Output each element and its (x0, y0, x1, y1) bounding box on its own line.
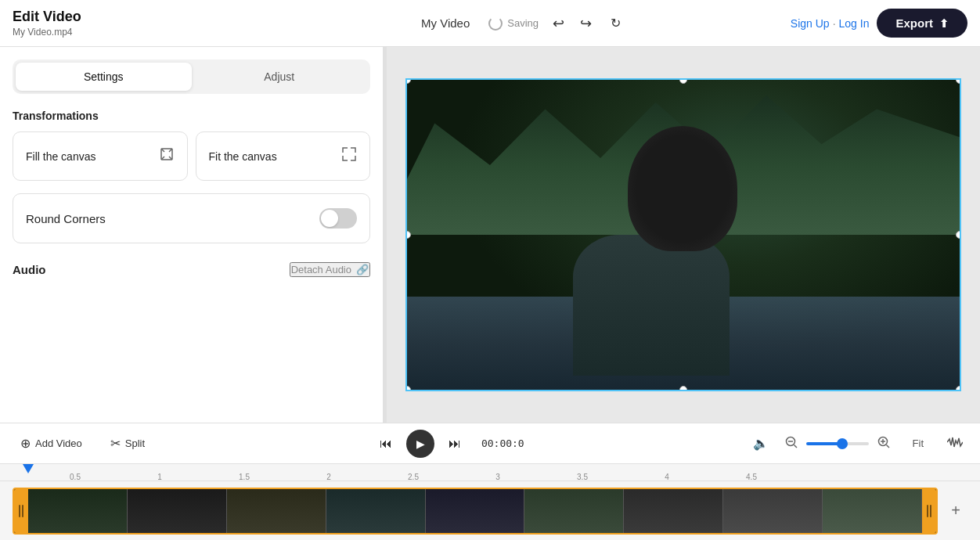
nav-icons: ↩ ↪ (548, 12, 596, 35)
timeline-ruler: 0.5 1 1.5 2 2.5 3 3.5 4 4.5 (0, 464, 980, 481)
tab-settings[interactable]: Settings (16, 63, 192, 91)
preview-area (387, 47, 980, 423)
add-track-button[interactable]: + (944, 499, 967, 523)
frame-handle-br[interactable] (956, 386, 961, 391)
frame-handle-rm[interactable] (956, 231, 961, 239)
top-right-area: Sign Up · Log In Export ⬆ (791, 9, 967, 38)
fit-canvas-icon (341, 146, 357, 166)
add-video-button[interactable]: ⊕ Add Video (13, 431, 90, 455)
saving-text: Saving (507, 17, 539, 29)
add-video-label: Add Video (35, 437, 82, 449)
audio-section: Audio Detach Audio 🔗 (13, 256, 370, 277)
fit-label: Fit (913, 437, 924, 449)
zoom-controls (781, 434, 894, 454)
add-track-icon: + (951, 502, 960, 520)
ruler-mark-8: 4.5 (746, 473, 757, 481)
frame-handle-tr[interactable] (956, 78, 961, 84)
main-content: Settings Adjust Transformations Fill the… (0, 47, 980, 423)
tab-adjust[interactable]: Adjust (192, 63, 368, 91)
fill-canvas-icon (159, 146, 175, 166)
file-subtitle: My Video.mp4 (13, 27, 81, 38)
auth-separator: · (833, 17, 836, 30)
zoom-in-button[interactable] (874, 434, 894, 454)
skip-back-button[interactable]: ⏮ (375, 434, 397, 454)
split-icon: ✂ (110, 436, 121, 451)
title-block: Edit Video My Video.mp4 (13, 9, 81, 38)
fit-button[interactable]: Fit (906, 434, 930, 452)
playback-controls: ⏮ ▶ ⏭ 00:00:0 (375, 430, 530, 458)
log-in-link[interactable]: Log In (839, 17, 870, 30)
play-button[interactable]: ▶ (406, 430, 434, 458)
detach-audio-button[interactable]: Detach Audio 🔗 (290, 262, 370, 277)
play-icon: ▶ (416, 437, 425, 450)
frame-handle-bm[interactable] (679, 386, 687, 391)
auth-links: Sign Up · Log In (791, 17, 870, 30)
helmet-shape (628, 126, 737, 251)
export-button[interactable]: Export ⬆ (877, 9, 967, 38)
track-thumb-8 (723, 489, 823, 533)
top-left-area: Edit Video My Video.mp4 (13, 9, 396, 38)
redo-button[interactable]: ↪ (575, 12, 596, 35)
round-corners-label: Round Corners (26, 212, 106, 225)
end-handle-line-1 (927, 505, 928, 517)
saving-area: Saving (488, 16, 539, 31)
track-thumb-3 (227, 489, 326, 533)
round-corners-toggle[interactable] (319, 208, 357, 229)
detach-audio-icon: 🔗 (356, 264, 369, 275)
page-title: Edit Video (13, 9, 81, 25)
transform-grid: Fill the canvas Fit the canvas (13, 131, 370, 181)
undo-button[interactable]: ↩ (548, 12, 569, 35)
ruler-mark-0: 0.5 (70, 473, 81, 481)
track-thumb-1 (28, 489, 128, 533)
zoom-slider[interactable] (806, 442, 869, 445)
playhead[interactable] (23, 464, 34, 473)
svg-line-6 (794, 445, 797, 448)
bottom-toolbar: ⊕ Add Video ✂ Split ⏮ ▶ ⏭ 00:00:0 🔈 Fit (0, 423, 980, 463)
saving-spinner-icon (488, 16, 503, 31)
tab-group: Settings Adjust (13, 59, 370, 94)
fit-canvas-label: Fit the canvas (209, 150, 277, 163)
ruler-mark-7: 4 (665, 473, 669, 481)
ruler-mark-1: 1 (157, 473, 162, 481)
fill-canvas-label: Fill the canvas (26, 150, 95, 163)
ruler-mark-6: 3.5 (577, 473, 588, 481)
timeline-tracks: + (0, 481, 980, 540)
track-thumbnails (28, 489, 922, 533)
ruler-mark-5: 3 (495, 473, 500, 481)
fit-canvas-card[interactable]: Fit the canvas (196, 131, 371, 181)
waveform-button[interactable] (942, 433, 967, 455)
left-panel: Settings Adjust Transformations Fill the… (0, 47, 384, 423)
audio-label: Audio (13, 263, 46, 276)
split-label: Split (125, 437, 145, 449)
track-start-handle[interactable] (14, 489, 28, 533)
refresh-button[interactable]: ↻ (606, 13, 625, 34)
handle-lines (19, 505, 23, 517)
track-thumb-9 (823, 489, 922, 533)
ruler-mark-2: 1.5 (239, 473, 250, 481)
track-thumb-2 (128, 489, 227, 533)
detach-audio-label: Detach Audio (291, 264, 351, 275)
video-mock (407, 80, 960, 390)
top-bar: Edit Video My Video.mp4 My Video Saving … (0, 0, 980, 47)
add-video-icon: ⊕ (20, 436, 31, 451)
video-track (13, 488, 938, 535)
volume-button[interactable]: 🔈 (753, 436, 769, 451)
svg-line-9 (886, 445, 889, 448)
top-center-area: My Video Saving ↩ ↪ ↻ (409, 12, 778, 35)
fill-canvas-card[interactable]: Fill the canvas (13, 131, 188, 181)
zoom-out-button[interactable] (781, 434, 802, 454)
export-label: Export (895, 16, 933, 30)
track-end-handle[interactable] (922, 489, 936, 533)
skip-fwd-button[interactable]: ⏭ (444, 434, 466, 454)
track-thumb-4 (326, 489, 426, 533)
track-thumb-7 (624, 489, 723, 533)
frame-handle-bl[interactable] (405, 386, 411, 391)
body-shape (573, 235, 730, 376)
handle-line-2 (22, 505, 23, 517)
transformations-label: Transformations (13, 110, 370, 122)
video-frame (405, 78, 961, 391)
export-icon: ⬆ (939, 17, 949, 30)
sign-up-link[interactable]: Sign Up (791, 17, 830, 30)
split-button[interactable]: ✂ Split (103, 431, 153, 455)
timeline-area: 0.5 1 1.5 2 2.5 3 3.5 4 4.5 (0, 463, 980, 540)
